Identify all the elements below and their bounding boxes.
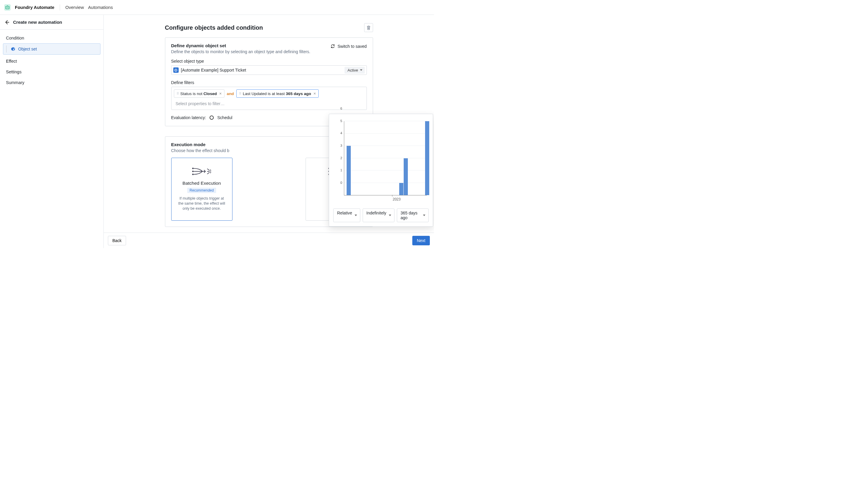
histogram-chart: 0123456 2023 [333,119,429,205]
left-sidebar: Create new automation Condition Object s… [0,15,104,248]
sub-header-title: Create new automation [13,20,62,25]
radio-scheduled[interactable] [210,115,214,120]
chart-bar [399,183,403,196]
svg-point-7 [192,168,194,169]
svg-point-9 [192,174,194,175]
sidebar-item-object-set[interactable]: Object set [3,43,101,55]
chart-bar [404,158,408,196]
switch-to-saved-label: Switch to saved [338,44,366,49]
refresh-icon [331,44,335,48]
delete-button[interactable] [364,23,373,32]
popover-indefinitely-select[interactable]: Indefinitely [363,208,394,222]
main-content: Configure objects added condition Define… [104,15,434,248]
svg-point-1 [6,7,8,8]
filters-label: Define filters [171,80,367,85]
cube-icon [11,47,15,51]
next-button[interactable]: Next [412,236,430,245]
switch-to-saved-button[interactable]: Switch to saved [331,44,366,49]
back-button[interactable]: Back [108,236,126,245]
svg-rect-0 [6,6,9,9]
svg-point-8 [192,171,194,172]
batched-icon [177,165,227,178]
batched-title: Batched Execution [177,181,227,186]
app-title: Foundry Automate [15,5,55,10]
filter1-value: Closed [204,92,217,96]
chart-bar [425,121,429,195]
drag-handle-icon[interactable]: ⠿ [177,92,179,96]
popover-relative-select[interactable]: Relative [333,208,360,222]
mode-card-batched[interactable]: Batched Execution Recommended If multipl… [171,158,233,221]
object-type-icon [173,67,179,73]
object-set-desc: Define the objects to monitor by selecti… [171,49,367,54]
svg-point-2 [8,7,9,8]
sidebar-item-effect[interactable]: Effect [3,56,101,66]
page-title: Configure objects added condition [165,24,263,31]
nav-overview[interactable]: Overview [65,5,84,10]
filter-and: and [227,92,234,96]
remove-filter-icon[interactable]: × [219,91,222,96]
batched-desc: If multiple objects trigger at the same … [177,196,227,211]
eval-option-label: Schedul [217,115,233,120]
xaxis-label: 2023 [393,197,401,201]
footer-bar: Back Next [104,233,434,248]
sidebar-item-condition[interactable]: Condition [3,33,101,43]
filter-chip-status[interactable]: ⠿ Status is not Closed × [174,89,224,98]
sub-header: Create new automation [0,15,104,30]
status-dropdown[interactable]: Active [345,67,364,74]
filter-popover: 0123456 2023 Relative Indefinitely 365 d… [329,114,433,227]
recommended-badge: Recommended [187,188,216,193]
filter-chip-last-updated[interactable]: ⠿ Last Updated is at least 365 days ago … [236,89,319,98]
filter2-prefix: Last Updated is at least [243,92,286,96]
object-type-select[interactable]: [Automate Example] Support Ticket Active [171,65,367,75]
select-type-label: Select object type [171,59,367,64]
filters-box: ⠿ Status is not Closed × and ⠿ Last Upda… [171,87,367,110]
robot-icon [5,5,10,10]
object-set-heading: Define dynamic object set [171,43,226,48]
sidebar-item-label: Object set [18,47,37,51]
top-header: Foundry Automate Overview Automations [0,0,434,15]
trash-icon [366,26,371,30]
app-logo [4,4,11,11]
filter1-prefix: Status is not [180,92,204,96]
sidebar-item-settings[interactable]: Settings [3,66,101,77]
side-nav: Condition Object set Effect Settings Sum… [0,30,103,91]
object-set-panel: Define dynamic object set Switch to save… [165,37,373,126]
filter-add-placeholder[interactable]: Select properties to filter… [174,100,364,107]
nav-automations[interactable]: Automations [88,5,113,10]
filter2-value: 365 days ago [286,92,311,96]
svg-point-6 [175,70,176,71]
sidebar-item-summary[interactable]: Summary [3,77,101,88]
back-arrow-icon[interactable] [4,20,10,25]
popover-range-select[interactable]: 365 days ago [397,208,429,222]
remove-filter-icon[interactable]: × [313,91,316,96]
divider [60,4,60,11]
object-type-name: [Automate Example] Support Ticket [181,68,342,73]
chart-bar [347,146,351,195]
drag-handle-icon[interactable]: ⠿ [239,92,241,96]
eval-latency-label: Evaluation latency: [171,115,206,120]
